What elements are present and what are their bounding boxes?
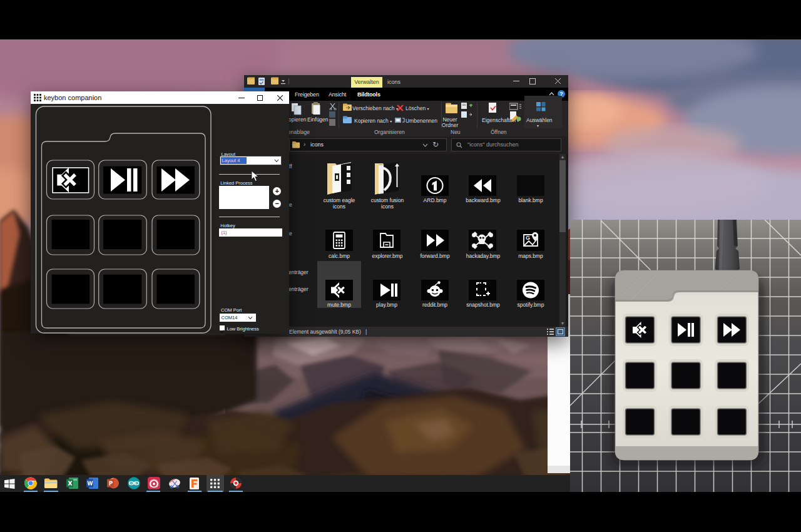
svg-text:G: G [526, 235, 530, 241]
